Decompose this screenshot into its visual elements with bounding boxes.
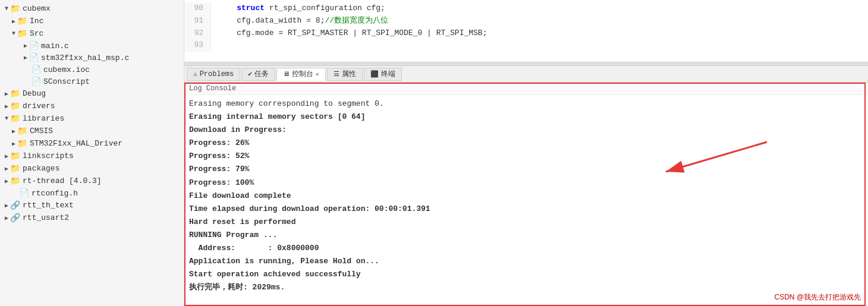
chevron-down-icon: ▼ (12, 30, 15, 37)
file-ioc-icon: 📄 (32, 65, 41, 74)
file-h-icon: 📄 (20, 188, 29, 198)
sidebar-item-linkscripts[interactable]: ▶ 📁 linkscripts (0, 150, 184, 162)
close-icon[interactable]: ✕ (316, 71, 319, 78)
code-editor: 90 91 92 93 struct rt_spi_configuration … (184, 0, 868, 62)
sidebar-item-libraries[interactable]: ▼ 📁 libraries (0, 112, 184, 125)
console-icon: 🖥 (283, 70, 290, 78)
tab-label: 属性 (342, 69, 356, 79)
console-line: File download complete (189, 190, 863, 203)
line-numbers: 90 91 92 93 (184, 2, 211, 52)
sidebar-item-packages[interactable]: ▶ 📁 packages (0, 162, 184, 175)
chevron-right-icon: ▶ (12, 128, 15, 135)
sidebar-item-label: packages (23, 164, 59, 173)
folder-icon: 📁 (17, 138, 27, 149)
sidebar-item-label: cubemx.ioc (43, 65, 90, 74)
sidebar-item-label: rtt_th_text (23, 201, 74, 210)
sidebar-item-rtthread[interactable]: ▶ 📁 rt-thread [4.0.3] (0, 175, 184, 187)
folder-link-icon: 🔗 (10, 213, 20, 223)
sidebar-item-rtconfig[interactable]: 📄 rtconfig.h (0, 187, 184, 199)
console-line: Hard reset is performed (189, 216, 863, 229)
sidebar-item-inc[interactable]: ▶ 📁 Inc (0, 15, 184, 27)
console-header-label: Log Console (189, 84, 236, 93)
sidebar-item-cubemx[interactable]: ▼ 📁 cubemx (0, 2, 184, 15)
tab-properties[interactable]: ☰ 属性 (327, 68, 363, 81)
tab-tasks[interactable]: ✔ 任务 (241, 68, 275, 81)
sidebar-item-label: libraries (23, 114, 64, 123)
chevron-down-icon: ▼ (5, 115, 8, 122)
folder-icon: 📁 (10, 163, 20, 173)
folder-icon: 📁 (10, 151, 20, 161)
file-c-icon: 📄 (29, 41, 39, 51)
sidebar-item-label: CMSIS (30, 127, 53, 135)
code-line-92: cfg.mode = RT_SPI_MASTER | RT_SPI_MODE_0… (218, 27, 487, 40)
tab-problems[interactable]: ⚠ Problems (187, 68, 240, 81)
sidebar-item-hal-msp[interactable]: ▶ 📄 stm32f1xx_hal_msp.c (0, 52, 184, 64)
tab-label: 任务 (254, 69, 269, 79)
sidebar-item-label: stm32f1xx_hal_msp.c (41, 53, 129, 62)
file-tree[interactable]: ▼ 📁 cubemx ▶ 📁 Inc ▼ 📁 Src ▶ 📄 main.c ▶ … (0, 0, 184, 306)
properties-icon: ☰ (334, 70, 339, 78)
code-content[interactable]: struct rt_spi_configuration cfg; cfg.dat… (211, 2, 487, 52)
tab-terminal[interactable]: ⬛ 终端 (364, 68, 402, 81)
csdn-watermark: CSDN @我先去打把游戏先 (774, 292, 861, 302)
sidebar-item-label: Src (30, 29, 43, 38)
console-line: Application is running, Please Hold on..… (189, 255, 863, 268)
folder-icon: 📁 (10, 89, 20, 99)
sidebar-item-ioc[interactable]: 📄 cubemx.ioc (0, 64, 184, 75)
chevron-right-icon: ▶ (5, 165, 8, 172)
chevron-right-icon: ▶ (5, 153, 8, 160)
sidebar-item-drivers[interactable]: ▶ 📁 drivers (0, 100, 184, 112)
console-line: Time elapsed during download operation: … (189, 203, 863, 216)
console-header: Log Console (184, 83, 868, 95)
sidebar-item-debug[interactable]: ▶ 📁 Debug (0, 87, 184, 100)
console-line: Start operation achieved successfully (189, 268, 863, 281)
folder-icon: 📁 (17, 126, 27, 136)
sidebar-item-rtt-th[interactable]: ▶ 🔗 rtt_th_text (0, 199, 184, 212)
chevron-right-icon: ▶ (24, 42, 27, 49)
sidebar-item-label: rt-thread [4.0.3] (23, 176, 102, 185)
chevron-right-icon: ▶ (12, 140, 15, 147)
tab-console[interactable]: 🖥 控制台 ✕ (276, 68, 326, 81)
sidebar-item-label: rtt_usart2 (23, 213, 69, 222)
file-c-icon: 📄 (29, 53, 39, 62)
folder-icon: 📁 (10, 4, 20, 14)
console-line: Erasing memory corresponding to segment … (189, 97, 863, 111)
folder-icon: 📁 (17, 16, 27, 26)
sidebar-item-label: linkscripts (23, 152, 74, 160)
folder-icon: 📁 (17, 29, 27, 39)
console-body[interactable]: Erasing memory corresponding to segment … (184, 95, 868, 306)
console-line: Erasing internal memory sectors [0 64] (189, 111, 863, 124)
console-line: Progress: 26% (189, 137, 863, 150)
code-line-90: struct rt_spi_configuration cfg; (218, 2, 487, 15)
sidebar-item-label: drivers (23, 102, 55, 111)
tab-label: 控制台 (292, 69, 313, 79)
sidebar-item-hal-driver[interactable]: ▶ 📁 STM32F1xx_HAL_Driver (0, 137, 184, 150)
sidebar-item-cmsis[interactable]: ▶ 📁 CMSIS (0, 125, 184, 137)
chevron-right-icon: ▶ (5, 214, 8, 222)
console-line: Address: : 0x8000000 (189, 242, 863, 255)
folder-icon: 📁 (10, 101, 20, 111)
chevron-right-icon: ▶ (5, 103, 8, 110)
console-line: Progress: 52% (189, 150, 863, 163)
sidebar-item-label: Inc (30, 17, 43, 26)
tasks-icon: ✔ (248, 70, 252, 78)
tab-bar: ⚠ Problems ✔ 任务 🖥 控制台 ✕ ☰ 属性 ⬛ 终端 (184, 66, 868, 83)
console-line: 执行完毕，耗时: 2029ms. (189, 281, 863, 294)
console-line: Progress: 79% (189, 163, 863, 176)
file-scons-icon: 📄 (32, 77, 41, 86)
folder-icon: 📁 (10, 113, 20, 124)
chevron-right-icon: ▶ (5, 178, 8, 185)
sidebar-item-sconscript[interactable]: 📄 SConscript (0, 75, 184, 87)
sidebar-item-label: main.c (41, 42, 69, 51)
tab-label: Problems (200, 70, 234, 78)
chevron-right-icon: ▶ (12, 18, 15, 25)
sidebar-item-rtt-usart2[interactable]: ▶ 🔗 rtt_usart2 (0, 212, 184, 224)
sidebar-item-mainc[interactable]: ▶ 📄 main.c (0, 40, 184, 52)
chevron-right-icon: ▶ (24, 54, 27, 61)
folder-link-icon: 🔗 (10, 200, 20, 210)
sidebar-item-src[interactable]: ▼ 📁 Src (0, 27, 184, 40)
terminal-icon: ⬛ (370, 70, 379, 78)
problems-icon: ⚠ (193, 70, 197, 78)
console-line: RUNNING Program ... (189, 229, 863, 242)
folder-icon: 📁 (10, 176, 20, 186)
